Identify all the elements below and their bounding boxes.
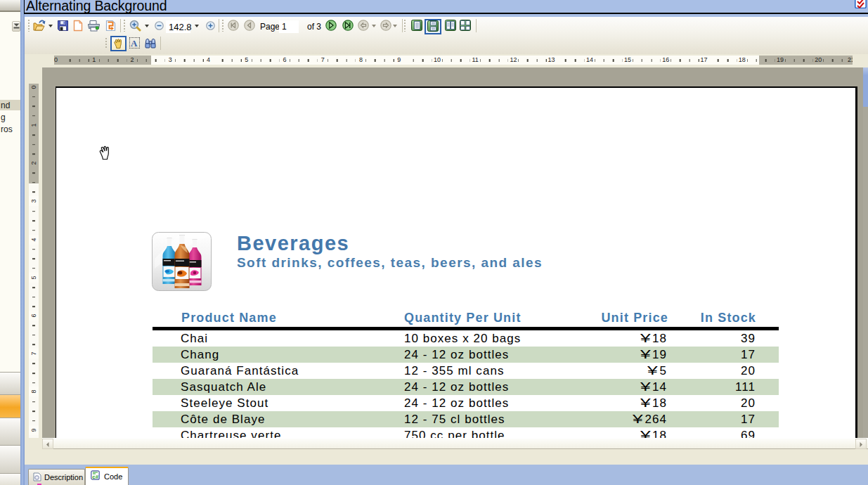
- svg-text:c#: c#: [92, 474, 98, 480]
